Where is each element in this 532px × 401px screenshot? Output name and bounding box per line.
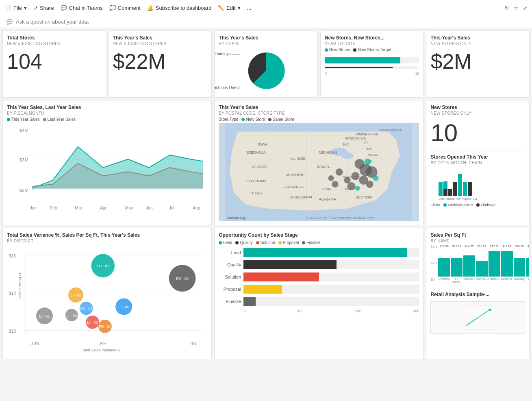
sales-sqft-bars [438, 248, 530, 277]
svg-point-34 [355, 186, 360, 191]
svg-text:MICHIGAN: MICHIGAN [319, 150, 337, 155]
svg-text:NEBRASKA: NEBRASKA [246, 150, 266, 155]
svg-text:ALABAMA: ALABAMA [319, 197, 337, 201]
opportunity-legend: Lead Qualify Solution Proposal Finalize [219, 240, 419, 245]
total-stores-card: Total Stores NEW & EXISTING STORES 104 [2, 31, 106, 98]
svg-text:ARKANSAS: ARKANSAS [284, 185, 304, 189]
svg-text:Apr: Apr [100, 206, 107, 210]
svg-text:MAINE: MAINE [368, 133, 378, 136]
bookmark-icon[interactable]: ☆ [514, 5, 518, 11]
svg-text:N.J.: N.J. [345, 187, 352, 191]
more-button[interactable]: ... [247, 5, 252, 11]
svg-text:$15: $15 [9, 254, 16, 258]
line-chart-legend: This Year Sales Last Year Sales [7, 117, 207, 122]
edit-icon: ✏️ [218, 5, 224, 11]
qna-bar: 💬 [0, 16, 532, 28]
svg-text:Mar: Mar [75, 206, 82, 210]
new-stores-only-title: This Year's Sales [430, 35, 525, 41]
svg-text:FD - 03: FD - 03 [80, 307, 93, 311]
refresh-icon[interactable]: ↻ [505, 5, 509, 11]
new-stores-count-value: 10 [430, 120, 525, 146]
new-stores-ytd-legend: New Stores New Stores Target [325, 48, 419, 52]
svg-text:-10%: -10% [30, 342, 40, 346]
svg-text:LI - 04: LI - 04 [66, 314, 77, 318]
new-stores-count-subtitle: NEW STORES ONLY [430, 111, 525, 116]
svg-text:FD - 02: FD - 02 [176, 277, 189, 281]
comment-button[interactable]: 💭 Comment [109, 5, 141, 11]
opportunity-title: Opportunity Count by Sales Stage [219, 232, 419, 238]
line-chart-subtitle: BY FISCALMONTH [7, 111, 207, 116]
comment-label: Comment [118, 5, 141, 11]
svg-text:$14: $14 [9, 291, 16, 296]
retail-sample-thumbnail [430, 301, 525, 334]
svg-text:Sales Per Sq Ft: Sales Per Sq Ft [18, 272, 22, 299]
svg-text:VT.: VT. [364, 141, 369, 144]
svg-text:-5%: -5% [99, 342, 106, 346]
opportunity-bars: Lead Qualify Solution Proposal Finalize [219, 248, 419, 306]
new-stores-only-card: This Year's Sales NEW STORES ONLY $2M [426, 31, 530, 98]
svg-text:Microsoft Bing: Microsoft Bing [228, 216, 245, 220]
bubble-chart-card: Total Sales Variance %, Sales Per Sq Ft,… [2, 228, 212, 359]
stores-opened-legend: Chain Fashions Direct Lindseys [430, 203, 525, 207]
svg-text:FD - 01: FD - 01 [97, 264, 109, 268]
sales-sqft-card: Sales Per Sq Ft BY NAME $20 $10 $0 $12.8… [426, 228, 530, 359]
fullscreen-icon[interactable]: ⤢ [523, 5, 527, 11]
svg-text:$2M: $2M [20, 188, 28, 193]
line-chart-card: This Year Sales, Last Year Sales BY FISC… [2, 100, 212, 225]
svg-text:0%: 0% [191, 342, 197, 346]
svg-text:KANSAS: KANSAS [252, 165, 267, 169]
opportunity-card: Opportunity Count by Sales Stage Lead Qu… [214, 228, 423, 359]
svg-text:TENN...: TENN... [321, 187, 334, 191]
topbar: 📄 File ▾ ↗ Share 💬 Chat in Teams 💭 Comme… [0, 0, 532, 16]
map-legend: Store Type New Store Same Store [219, 117, 419, 122]
svg-text:LI - 01: LI - 01 [39, 314, 50, 318]
new-stores-ytd-subtitle: YEAR TO DATE [325, 41, 419, 46]
svg-text:FD - 04: FD - 04 [99, 325, 111, 329]
qna-icon: 💬 [7, 19, 13, 25]
sales-sqft-chart: $20 $10 $0 $12.86 $12.86 $14.75 $10.92 $… [430, 245, 525, 283]
retail-sample-svg [462, 305, 494, 330]
svg-text:Jun: Jun [146, 206, 153, 210]
this-year-sales-subtitle: NEW & EXISTING STORES [113, 41, 208, 46]
svg-text:LI - 03: LI - 03 [70, 293, 81, 297]
bubble-chart-subtitle: BY DISTRICT [7, 239, 207, 243]
pie-label-lindseys: Lindseys —— [215, 52, 240, 56]
sales-sqft-title: Sales Per Sq Ft [430, 232, 525, 238]
more-label: ... [247, 5, 252, 11]
share-button[interactable]: ↗ Share [33, 5, 54, 11]
qna-input[interactable] [16, 19, 138, 25]
svg-text:May: May [125, 206, 133, 210]
stores-opened-title: Stores Opened This Year [430, 154, 525, 160]
chat-teams-button[interactable]: 💬 Chat in Teams [61, 5, 103, 11]
line-chart-title: This Year Sales, Last Year Sales [7, 105, 207, 110]
svg-text:ILLINOIS: ILLINOIS [291, 157, 306, 161]
svg-text:TEXAS: TEXAS [250, 191, 262, 195]
new-stores-only-subtitle: NEW STORES ONLY [430, 41, 525, 46]
stores-opened-section: Stores Opened This Year BY OPEN MONTH, C… [430, 150, 525, 207]
this-year-sales-title: This Year's Sales [113, 35, 208, 41]
svg-text:WISCONSIN: WISCONSIN [345, 136, 367, 140]
pie-label-fashions: Fashions Direct —— [214, 85, 249, 90]
edit-button[interactable]: ✏️ Edit ▾ [218, 5, 240, 11]
svg-point-35 [336, 168, 343, 176]
total-stores-value: 104 [7, 50, 102, 73]
opportunity-x-labels: 0 100 200 300 [219, 309, 419, 313]
svg-text:MASS.: MASS. [368, 153, 378, 157]
sales-sqft-x-labels: Cincinna... Ft. Oglet... Knoxvill... Mon… [438, 277, 530, 283]
svg-point-30 [366, 181, 373, 188]
new-stores-count-card: New Stores NEW STORES ONLY 10 Stores Ope… [426, 100, 530, 225]
this-year-sales-kpi-card: This Year's Sales NEW & EXISTING STORES … [109, 31, 212, 98]
bubble-chart-title: Total Sales Variance %, Sales Per Sq Ft,… [7, 232, 207, 238]
chain-title: This Year's Sales [219, 35, 313, 41]
map-card: This Year's Sales BY POSTAL CODE, STORE … [214, 100, 423, 225]
new-stores-count-title: New Stores [430, 105, 525, 110]
subscribe-button[interactable]: 🔔 Subscribe to dashboard [147, 5, 211, 11]
svg-point-37 [332, 181, 339, 187]
subscribe-label: Subscribe to dashboard [156, 5, 211, 11]
svg-text:© 2024 TomTom, © 2024 Microsof: © 2024 TomTom, © 2024 Microsoft Corporat… [307, 216, 375, 220]
svg-text:WARE: WARE [343, 175, 353, 179]
svg-text:N.Y.: N.Y. [343, 142, 350, 146]
file-menu[interactable]: 📄 File ▾ [5, 5, 27, 11]
svg-text:OKLAHOMA: OKLAHOMA [246, 179, 267, 183]
retail-sample-section: Retail Analysis Sample-... [430, 288, 525, 334]
